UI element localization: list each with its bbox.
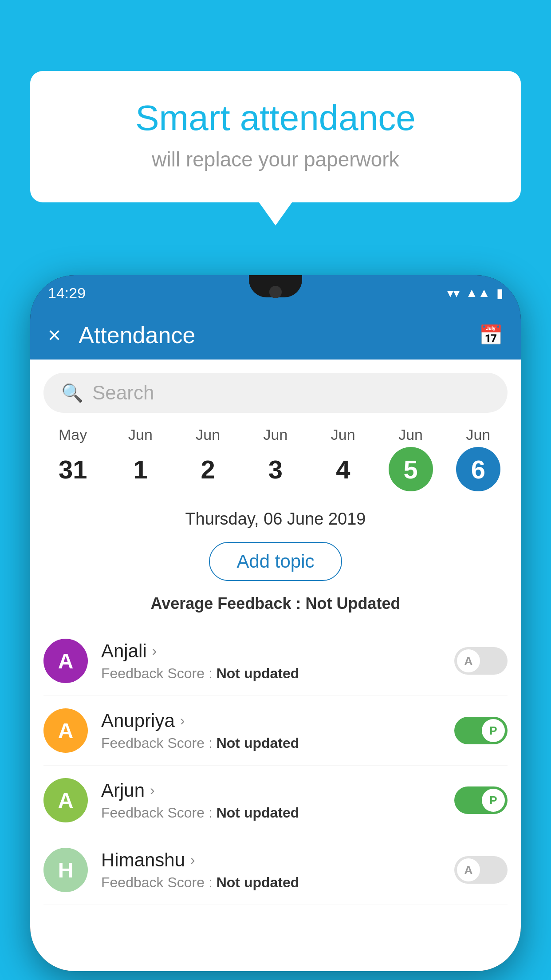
avg-feedback-value: Not Updated	[305, 594, 400, 612]
cal-month-label: May	[59, 426, 87, 443]
student-list: AAnjali ›Feedback Score : Not updatedAAA…	[30, 626, 521, 905]
student-avatar: H	[43, 848, 88, 892]
student-avatar: A	[43, 708, 88, 753]
selected-date: Thursday, 06 June 2019	[30, 496, 521, 537]
cal-date-label: 1	[118, 447, 162, 491]
toggle-circle: P	[482, 719, 505, 742]
calendar-day[interactable]: May31	[39, 426, 106, 491]
search-icon: 🔍	[61, 383, 83, 403]
cal-date-label: 6	[456, 447, 500, 491]
attendance-toggle[interactable]: P	[454, 786, 508, 814]
feedback-score: Feedback Score : Not updated	[101, 735, 441, 751]
student-info: Himanshu ›Feedback Score : Not updated	[101, 850, 441, 891]
feedback-score: Feedback Score : Not updated	[101, 874, 441, 891]
calendar-day[interactable]: Jun2	[174, 426, 242, 491]
speech-bubble-title: Smart attendance	[66, 98, 485, 138]
student-item[interactable]: AAnupriya ›Feedback Score : Not updatedP	[43, 696, 508, 766]
cal-month-label: Jun	[128, 426, 153, 443]
signal-icon: ▲▲	[466, 286, 490, 300]
cal-month-label: Jun	[196, 426, 220, 443]
screen-title: Attendance	[79, 322, 479, 348]
cal-date-label: 2	[186, 447, 230, 491]
calendar-day[interactable]: Jun1	[106, 426, 174, 491]
battery-icon: ▮	[496, 286, 503, 300]
avg-feedback-label: Average Feedback :	[151, 594, 306, 612]
student-name: Anjali ›	[101, 640, 441, 662]
wifi-icon: ▾▾	[447, 286, 460, 300]
camera-dot	[269, 286, 282, 298]
chevron-icon: ›	[190, 852, 195, 868]
calendar-strip: May31Jun1Jun2Jun3Jun4Jun5Jun6	[30, 422, 521, 496]
toggle-circle: A	[457, 858, 480, 881]
chevron-icon: ›	[180, 712, 185, 729]
cal-date-label: 31	[51, 447, 95, 491]
student-name: Arjun ›	[101, 780, 441, 801]
cal-date-label: 4	[321, 447, 365, 491]
toggle-circle: A	[457, 649, 480, 672]
student-item[interactable]: AArjun ›Feedback Score : Not updatedP	[43, 766, 508, 835]
cal-month-label: Jun	[331, 426, 355, 443]
calendar-day[interactable]: Jun4	[309, 426, 377, 491]
calendar-day[interactable]: Jun5	[377, 426, 444, 491]
app-bar: × Attendance 📅	[30, 311, 521, 360]
cal-date-label: 5	[389, 447, 433, 491]
chevron-icon: ›	[152, 643, 157, 659]
student-name: Himanshu ›	[101, 850, 441, 871]
speech-bubble-subtitle: will replace your paperwork	[66, 147, 485, 171]
add-topic-button[interactable]: Add topic	[209, 542, 342, 581]
student-name: Anupriya ›	[101, 710, 441, 731]
cal-date-label: 3	[253, 447, 298, 491]
search-input[interactable]: Search	[92, 382, 154, 404]
student-info: Anupriya ›Feedback Score : Not updated	[101, 710, 441, 751]
phone-frame: 14:29 ▾▾ ▲▲ ▮ × Attendance 📅 🔍 Search Ma…	[30, 275, 521, 971]
student-item[interactable]: HHimanshu ›Feedback Score : Not updatedA	[43, 835, 508, 905]
speech-bubble: Smart attendance will replace your paper…	[30, 71, 521, 202]
toggle-circle: P	[482, 789, 505, 812]
student-info: Anjali ›Feedback Score : Not updated	[101, 640, 441, 682]
status-icons: ▾▾ ▲▲ ▮	[447, 286, 503, 300]
attendance-toggle[interactable]: A	[454, 647, 508, 675]
calendar-icon[interactable]: 📅	[479, 324, 503, 347]
phone-wrapper: 14:29 ▾▾ ▲▲ ▮ × Attendance 📅 🔍 Search Ma…	[30, 275, 521, 971]
search-bar[interactable]: 🔍 Search	[43, 373, 508, 413]
student-info: Arjun ›Feedback Score : Not updated	[101, 780, 441, 821]
cal-month-label: Jun	[264, 426, 288, 443]
status-time: 14:29	[48, 285, 86, 302]
student-item[interactable]: AAnjali ›Feedback Score : Not updatedA	[43, 626, 508, 696]
feedback-score: Feedback Score : Not updated	[101, 805, 441, 821]
close-button[interactable]: ×	[48, 322, 61, 348]
student-avatar: A	[43, 639, 88, 683]
student-avatar: A	[43, 778, 88, 822]
phone-notch	[249, 275, 302, 297]
calendar-day[interactable]: Jun6	[445, 426, 512, 491]
calendar-day[interactable]: Jun3	[242, 426, 309, 491]
feedback-score: Feedback Score : Not updated	[101, 665, 441, 682]
screen-content: 🔍 Search May31Jun1Jun2Jun3Jun4Jun5Jun6 T…	[30, 360, 521, 971]
average-feedback: Average Feedback : Not Updated	[30, 594, 521, 626]
cal-month-label: Jun	[398, 426, 423, 443]
chevron-icon: ›	[150, 782, 155, 798]
attendance-toggle[interactable]: A	[454, 856, 508, 884]
attendance-toggle[interactable]: P	[454, 717, 508, 744]
cal-month-label: Jun	[466, 426, 490, 443]
